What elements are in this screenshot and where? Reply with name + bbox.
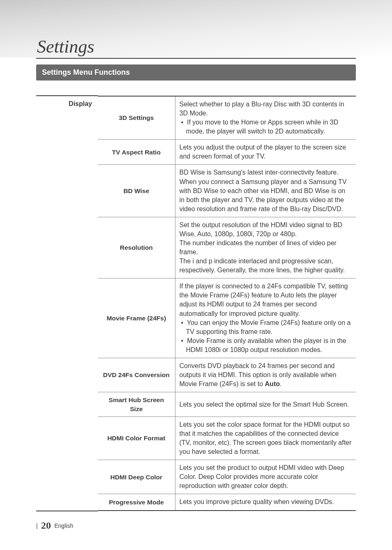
setting-description: Lets you adjust the output of the player… <box>175 140 356 165</box>
desc-text: Select whether to play a Blu-ray Disc wi… <box>180 101 344 117</box>
settings-table: Display 3D Settings Select whether to pl… <box>36 95 356 511</box>
setting-description: Converts DVD playback to 24 frames per s… <box>175 358 356 392</box>
category-row: Display 3D Settings Select whether to pl… <box>36 96 356 511</box>
setting-description: Lets you select the optimal size for the… <box>175 392 356 417</box>
bullet-text: Movie Frame is only available when the p… <box>186 337 346 353</box>
section-heading-bar: Settings Menu Functions <box>36 64 356 81</box>
row-resolution: Resolution Set the output resolution of … <box>98 217 356 278</box>
setting-description: BD Wise is Samsung's latest inter-connec… <box>175 165 356 217</box>
setting-name: HDMI Color Format <box>98 417 175 460</box>
manual-page: Settings Settings Menu Functions Display… <box>0 0 392 550</box>
desc-bullet: • Movie Frame is only available when the… <box>180 336 352 354</box>
row-smart-hub-size: Smart Hub Screen Size Lets you select th… <box>98 392 356 417</box>
row-hdmi-deep-color: HDMI Deep Color Lets you set the product… <box>98 460 356 494</box>
row-tv-aspect-ratio: TV Aspect Ratio Lets you adjust the outp… <box>98 140 356 165</box>
page-content: Settings Settings Menu Functions Display… <box>0 0 392 511</box>
setting-name: Smart Hub Screen Size <box>98 392 175 417</box>
desc-text: If the player is connected to a 24Fs com… <box>180 283 348 317</box>
setting-description: Lets you set the color space format for … <box>175 417 356 460</box>
footer-language: English <box>54 522 73 529</box>
chapter-title: Settings <box>36 36 356 59</box>
setting-description: Select whether to play a Blu-ray Disc wi… <box>175 96 356 140</box>
setting-name: BD Wise <box>98 165 175 217</box>
setting-name: 3D Settings <box>98 96 175 140</box>
setting-name: DVD 24Fs Conversion <box>98 358 175 392</box>
row-dvd-24fs: DVD 24Fs Conversion Converts DVD playbac… <box>98 358 356 392</box>
row-progressive-mode: Progressive Mode Lets you improve pictur… <box>98 494 356 511</box>
settings-table-wrap: Display 3D Settings Select whether to pl… <box>36 95 356 511</box>
settings-items-cell: 3D Settings Select whether to play a Blu… <box>98 96 356 511</box>
desc-bold: Auto <box>265 380 280 387</box>
setting-description: Lets you improve picture quality when vi… <box>175 494 356 511</box>
row-movie-frame: Movie Frame (24Fs) If the player is conn… <box>98 278 356 358</box>
desc-bullet: • You can enjoy the Movie Frame (24Fs) f… <box>180 318 352 336</box>
page-footer: | 20 English <box>36 520 73 531</box>
desc-line: The i and p indicate interlaced and prog… <box>180 258 345 274</box>
page-number: 20 <box>41 520 51 531</box>
desc-line: Set the output resolution of the HDMI vi… <box>180 221 343 237</box>
settings-inner-table: 3D Settings Select whether to play a Blu… <box>98 96 356 511</box>
row-bd-wise: BD Wise BD Wise is Samsung's latest inte… <box>98 165 356 217</box>
setting-description: If the player is connected to a 24Fs com… <box>175 278 356 358</box>
setting-name: TV Aspect Ratio <box>98 140 175 165</box>
bullet-text: You can enjoy the Movie Frame (24Fs) fea… <box>186 319 351 335</box>
row-3d-settings: 3D Settings Select whether to play a Blu… <box>98 96 356 140</box>
desc-text: . <box>280 380 281 387</box>
desc-text: Converts DVD playback to 24 frames per s… <box>180 362 337 387</box>
setting-name: Resolution <box>98 217 175 278</box>
row-hdmi-color-format: HDMI Color Format Lets you set the color… <box>98 417 356 460</box>
desc-bullet: • If you move to the Home or Apps screen… <box>180 118 352 136</box>
footer-pipe: | <box>36 522 38 529</box>
bullet-text: If you move to the Home or Apps screen w… <box>186 119 339 135</box>
setting-name: Progressive Mode <box>98 494 175 511</box>
category-label: Display <box>36 96 98 511</box>
setting-name: HDMI Deep Color <box>98 460 175 494</box>
setting-description: Lets you set the product to output HDMI … <box>175 460 356 494</box>
desc-line: The number indicates the number of lines… <box>180 239 337 255</box>
setting-description: Set the output resolution of the HDMI vi… <box>175 217 356 278</box>
setting-name: Movie Frame (24Fs) <box>98 278 175 358</box>
